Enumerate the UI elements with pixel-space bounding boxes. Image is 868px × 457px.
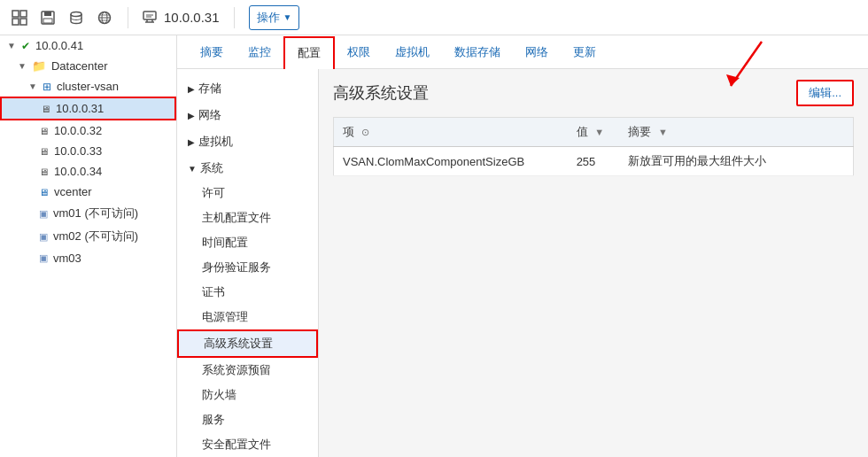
tab-updates[interactable]: 更新 (561, 37, 608, 69)
sidebar-host33-label: 10.0.0.33 (54, 144, 102, 158)
vm02-icon: ▣ (39, 231, 48, 243)
sidebar-item-root[interactable]: ▼ ✔ 10.0.0.41 (0, 35, 176, 56)
table-row[interactable]: VSAN.ClomMaxComponentSizeGB 255 新放置可用的最大… (334, 147, 854, 176)
nav-group-storage: ▶ 存储 (177, 76, 318, 101)
nav-cert[interactable]: 证书 (177, 280, 318, 305)
sidebar-item-vm01[interactable]: ▣ vm01 (不可访问) (0, 202, 176, 225)
host-title-bar: 10.0.0.31 操作 ▼ (143, 5, 299, 30)
left-nav-panel: ▶ 存储 ▶ 网络 ▶ 虚拟机 (177, 69, 319, 457)
nav-system-header[interactable]: ▼ 系统 (177, 156, 318, 181)
cluster-icon: ⊞ (43, 81, 51, 93)
nav-time-config[interactable]: 时间配置 (177, 230, 318, 255)
sidebar-vm02-label: vm02 (不可访问) (53, 228, 138, 244)
top-toolbar: 10.0.0.31 操作 ▼ (0, 0, 868, 35)
expand-arrow-cluster: ▼ (28, 81, 37, 91)
svg-rect-6 (43, 19, 52, 23)
nav-auth-service[interactable]: 身份验证服务 (177, 255, 318, 280)
svg-rect-5 (44, 12, 51, 16)
expand-arrow-dc: ▼ (18, 61, 27, 71)
cell-value: 255 (568, 147, 620, 176)
nav-group-network: ▶ 网络 (177, 103, 318, 128)
col-header-value: 值 ▼ (568, 118, 620, 147)
svg-rect-3 (20, 19, 27, 25)
sidebar-vm01-label: vm01 (不可访问) (53, 205, 138, 221)
expand-arrow-network: ▶ (188, 111, 195, 120)
sidebar-item-cluster[interactable]: ▼ ⊞ cluster-vsan (0, 76, 176, 97)
host32-icon: 🖥 (39, 126, 49, 136)
tab-bar: 摘要 监控 配置 权限 虚拟机 数据存储 网络 更新 (177, 35, 868, 69)
vm03-icon: ▣ (39, 252, 48, 264)
nav-system-label: 系统 (200, 160, 223, 176)
tab-monitor[interactable]: 监控 (236, 37, 283, 69)
edit-button[interactable]: 编辑... (796, 80, 854, 106)
sidebar-host31-label: 10.0.0.31 (56, 102, 104, 115)
sidebar-item-vm02[interactable]: ▣ vm02 (不可访问) (0, 225, 176, 248)
nav-storage-label: 存储 (198, 81, 221, 97)
globe-icon[interactable] (96, 9, 113, 27)
grid-icon[interactable] (11, 9, 28, 27)
sidebar-host34-label: 10.0.0.34 (54, 165, 102, 178)
save-icon[interactable] (39, 9, 57, 27)
host31-icon: 🖥 (41, 104, 50, 114)
sidebar-vcenter-label: vcenter (54, 185, 92, 198)
tab-vms[interactable]: 虚拟机 (383, 37, 442, 69)
nav-storage-header[interactable]: ▶ 存储 (177, 76, 318, 101)
db-icon[interactable] (67, 9, 85, 27)
cell-summary: 新放置可用的最大组件大小 (619, 147, 853, 176)
sidebar-item-host34[interactable]: 🖥 10.0.0.34 (0, 161, 176, 182)
tab-network[interactable]: 网络 (513, 37, 561, 69)
tab-config[interactable]: 配置 (283, 36, 335, 69)
nav-firewall[interactable]: 防火墙 (177, 383, 318, 407)
inner-layout: ▶ 存储 ▶ 网络 ▶ 虚拟机 (177, 69, 868, 457)
expand-arrow-vm: ▶ (188, 137, 195, 147)
nav-host-profile[interactable]: 主机配置文件 (177, 205, 318, 230)
nav-network-header[interactable]: ▶ 网络 (177, 103, 318, 128)
sidebar: ▼ ✔ 10.0.0.41 ▼ 📁 Datacenter ▼ ⊞ cluster… (0, 35, 177, 457)
vcenter-icon: 🖥 (39, 187, 49, 198)
sidebar-item-dc[interactable]: ▼ 📁 Datacenter (0, 56, 176, 76)
content-area: 摘要 监控 配置 权限 虚拟机 数据存储 网络 更新 (177, 35, 868, 457)
nav-service[interactable]: 服务 (177, 407, 318, 432)
nav-group-system: ▼ 系统 许可 主机配置文件 时间配置 身份验证服务 (177, 156, 318, 457)
expand-arrow-system: ▼ (188, 164, 197, 174)
svg-rect-1 (20, 11, 27, 17)
host33-icon: 🖥 (39, 146, 49, 157)
host-title-icon (143, 9, 157, 26)
tab-summary[interactable]: 摘要 (188, 37, 236, 69)
svg-rect-2 (12, 19, 19, 25)
sidebar-host32-label: 10.0.0.32 (54, 124, 102, 137)
svg-point-7 (71, 12, 81, 16)
toolbar-icon-group (11, 9, 113, 27)
tab-permissions[interactable]: 权限 (335, 37, 383, 69)
sidebar-item-vcenter[interactable]: 🖥 vcenter (0, 182, 176, 202)
sidebar-dc-label: Datacenter (51, 59, 108, 73)
nav-sys-resource[interactable]: 系统资源预留 (177, 358, 318, 383)
host-icon: ✔ (21, 40, 30, 52)
sidebar-item-host33[interactable]: 🖥 10.0.0.33 (0, 141, 176, 161)
nav-vm-header[interactable]: ▶ 虚拟机 (177, 129, 318, 154)
nav-license[interactable]: 许可 (177, 181, 318, 205)
nav-advanced[interactable]: 高级系统设置 (177, 329, 318, 358)
sidebar-item-vm03[interactable]: ▣ vm03 (0, 248, 176, 268)
main-layout: ▼ ✔ 10.0.0.41 ▼ 📁 Datacenter ▼ ⊞ cluster… (0, 35, 868, 457)
expand-arrow: ▼ (7, 41, 16, 50)
nav-security-profile[interactable]: 安全配置文件 (177, 432, 318, 457)
filter-icon-item[interactable]: ⊙ (361, 127, 369, 137)
sidebar-item-host31[interactable]: 🖥 10.0.0.31 (0, 97, 176, 120)
sidebar-item-host32[interactable]: 🖥 10.0.0.32 (0, 120, 176, 141)
advanced-settings-panel: 高级系统设置 编辑... 项 ⊙ 值 ▼ (319, 69, 868, 457)
sidebar-root-label: 10.0.0.41 (35, 39, 83, 52)
expand-arrow-storage: ▶ (188, 84, 195, 94)
action-button[interactable]: 操作 ▼ (249, 5, 300, 30)
advanced-title-text: 高级系统设置 (333, 82, 429, 104)
col-header-summary: 摘要 ▼ (619, 118, 853, 147)
nav-vm-label: 虚拟机 (198, 134, 233, 150)
sidebar-vm03-label: vm03 (53, 252, 81, 265)
folder-icon: 📁 (32, 59, 46, 73)
tab-datastores[interactable]: 数据存储 (442, 37, 513, 69)
sidebar-cluster-label: cluster-vsan (57, 80, 119, 93)
advanced-title-row: 高级系统设置 编辑... (333, 80, 854, 106)
filter-icon-summary[interactable]: ▼ (658, 127, 668, 137)
nav-power[interactable]: 电源管理 (177, 305, 318, 329)
filter-icon-value[interactable]: ▼ (594, 127, 604, 137)
